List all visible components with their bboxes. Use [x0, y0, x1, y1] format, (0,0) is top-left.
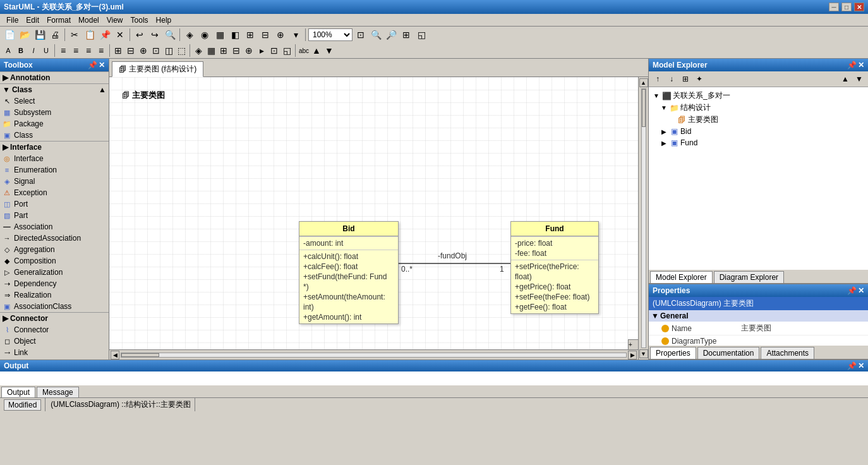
toolbox-item-object[interactable]: ◻ Object [0, 335, 109, 347]
format-btn-1[interactable]: A [3, 45, 14, 56]
class-scroll-arrow[interactable]: ▲ [99, 85, 106, 94]
explorer-pin-icon[interactable]: 📌 [847, 61, 857, 69]
toolbox-section-connector[interactable]: ▶ Connector [0, 312, 109, 324]
menu-model[interactable]: Model [75, 15, 103, 26]
align-btn-3[interactable]: ≡ [83, 45, 94, 56]
align-btn-4[interactable]: ≡ [95, 45, 107, 56]
filter-button[interactable]: ⊞ [679, 73, 692, 85]
output-close-icon[interactable]: ✕ [858, 361, 864, 370]
sort-desc-button[interactable]: ↓ [665, 73, 678, 85]
menu-tools[interactable]: Tools [127, 15, 152, 26]
wand-button[interactable]: ✦ [693, 73, 706, 85]
close-button[interactable]: ✕ [854, 3, 864, 11]
toolbox-item-package[interactable]: 📁 Package [0, 118, 109, 130]
zoom-select[interactable]: 100% 75% 150% [308, 28, 353, 41]
align-btn-1[interactable]: ≡ [57, 45, 69, 56]
minimize-button[interactable]: ─ [829, 3, 839, 11]
sort-asc-button[interactable]: ↑ [651, 73, 664, 85]
layout-btn-4[interactable]: ⊡ [150, 45, 162, 56]
zoom-out[interactable]: 🔎 [384, 28, 398, 42]
toolbox-item-directedassoc[interactable]: → DirectedAssociation [0, 232, 109, 244]
format-btn-3[interactable]: U [40, 45, 52, 56]
open-button[interactable]: 📂 [18, 28, 32, 42]
tb-btn-8[interactable]: ▾ [289, 28, 303, 42]
layout-btn-2[interactable]: ⊟ [125, 45, 136, 56]
menu-edit[interactable]: Edit [22, 15, 43, 26]
tb-btn-3[interactable]: ▦ [213, 28, 227, 42]
tb-btn-2[interactable]: ◉ [198, 28, 212, 42]
uml-class-fund[interactable]: Fund -price: float -fee: float +setPrice… [510, 221, 599, 314]
menu-view[interactable]: View [103, 15, 127, 26]
toolbox-item-part[interactable]: ▧ Part [0, 210, 109, 221]
toolbox-item-class[interactable]: ▣ Class [0, 130, 109, 141]
tb-btn-4[interactable]: ◧ [228, 28, 242, 42]
layout-btn-3[interactable]: ⊕ [138, 45, 149, 56]
save-button[interactable]: 💾 [33, 28, 47, 42]
layout-btn-5[interactable]: ◫ [163, 45, 174, 56]
toolbox-item-generalization[interactable]: ▷ Generalization [0, 267, 109, 278]
misc-btn-7[interactable]: ⊡ [268, 45, 280, 56]
toolbox-section-annotation[interactable]: ▶ Annotation [0, 71, 109, 83]
undo-button[interactable]: ↩ [133, 28, 147, 42]
toolbox-item-subsystem[interactable]: ▦ Subsystem [0, 107, 109, 118]
toolbox-item-enumeration[interactable]: ≡ Enumeration [0, 164, 109, 176]
tb-btn-6[interactable]: ⊟ [258, 28, 272, 42]
misc-btn-6[interactable]: ▸ [256, 45, 267, 56]
toolbox-item-link[interactable]: ⤏ Link [0, 347, 109, 358]
toolbox-section-class[interactable]: ▼ Class ▲ [0, 83, 109, 95]
tab-output[interactable]: Output [1, 387, 35, 397]
h-scroll-track[interactable] [121, 353, 627, 358]
align-btn-2[interactable]: ≡ [70, 45, 81, 56]
menu-format[interactable]: Format [43, 15, 75, 26]
tree-item-structure[interactable]: ▼ 📁 结构设计 [651, 102, 865, 114]
misc-btn-11[interactable]: ▼ [323, 45, 335, 56]
zoom-fit[interactable]: ⊡ [354, 28, 368, 42]
tab-attachments[interactable]: Attachments [761, 347, 814, 359]
tb-btn-1[interactable]: ◈ [183, 28, 196, 42]
toolbox-item-port[interactable]: ◫ Port [0, 198, 109, 210]
paste-button[interactable]: 📌 [98, 28, 112, 42]
toolbox-item-signal[interactable]: ◈ Signal [0, 176, 109, 187]
misc-btn-3[interactable]: ⊞ [218, 45, 229, 56]
misc-btn-8[interactable]: ◱ [281, 45, 292, 56]
toolbox-close-icon[interactable]: ✕ [99, 61, 105, 69]
toolbox-item-realization[interactable]: ⇒ Realization [0, 289, 109, 301]
find-button[interactable]: 🔍 [163, 28, 177, 42]
prop-close-icon[interactable]: ✕ [858, 286, 864, 295]
misc-btn-10[interactable]: ▲ [311, 45, 322, 56]
tree-item-maindiagram[interactable]: 🗐 主要类图 [651, 114, 865, 126]
scroll-right-button[interactable]: ▶ [628, 351, 637, 359]
tab-properties[interactable]: Properties [650, 347, 696, 359]
misc-btn-9[interactable]: abc [298, 45, 310, 56]
misc-btn-2[interactable]: ▦ [205, 45, 217, 56]
scroll-down-button[interactable]: ▼ [639, 349, 648, 358]
tb-btn-5[interactable]: ⊞ [243, 28, 257, 42]
output-pin-icon[interactable]: 📌 [847, 361, 857, 370]
menu-help[interactable]: Help [152, 15, 176, 26]
copy-button[interactable]: 📋 [83, 28, 97, 42]
maximize-button[interactable]: □ [841, 3, 852, 11]
canvas-content[interactable]: 🗐 主要类图 -fundObj 0..* 1 [109, 77, 638, 349]
toolbox-item-composition[interactable]: ◆ Composition [0, 255, 109, 267]
canvas-corner-button[interactable]: + [628, 339, 638, 349]
print-button[interactable]: 🖨 [48, 28, 62, 42]
up-button[interactable]: ▲ [839, 73, 852, 85]
toolbox-item-interface[interactable]: ◎ Interface [0, 153, 109, 164]
layout-btn-6[interactable]: ⬚ [176, 45, 187, 56]
delete-button[interactable]: ✕ [113, 28, 127, 42]
redo-button[interactable]: ↪ [148, 28, 162, 42]
toolbox-item-select[interactable]: ↖ Select [0, 95, 109, 107]
tab-diagram-explorer[interactable]: Diagram Explorer [714, 271, 784, 283]
zoom-extra[interactable]: ◱ [414, 28, 428, 42]
tab-model-explorer[interactable]: Model Explorer [650, 271, 713, 283]
menu-file[interactable]: File [3, 15, 22, 26]
format-btn-bold[interactable]: B [15, 45, 27, 56]
v-scroll-track[interactable] [641, 88, 646, 348]
format-btn-italic[interactable]: I [28, 45, 39, 56]
down-button[interactable]: ▼ [853, 73, 865, 85]
cut-button[interactable]: ✂ [68, 28, 81, 42]
uml-class-bid[interactable]: Bid -amount: int +calcUnit(): float +cal… [299, 221, 399, 324]
tree-item-bid[interactable]: ▶ ▣ Bid [651, 126, 865, 137]
tab-documentation[interactable]: Documentation [697, 347, 760, 359]
prop-pin-icon[interactable]: 📌 [847, 286, 857, 295]
